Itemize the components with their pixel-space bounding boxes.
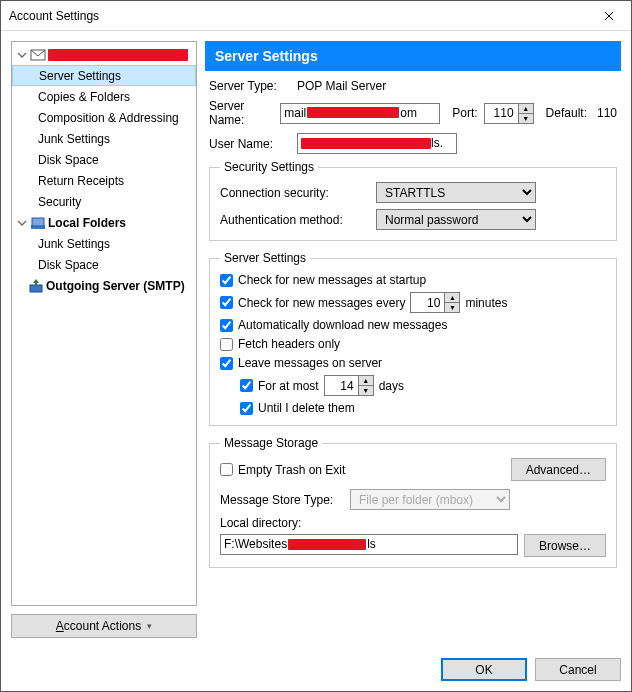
- tree-label: Disk Space: [38, 153, 99, 167]
- advanced-button[interactable]: Advanced…: [511, 458, 606, 481]
- sidebar: Server Settings Copies & Folders Composi…: [11, 41, 197, 638]
- tree-label: Composition & Addressing: [38, 111, 179, 125]
- security-legend: Security Settings: [220, 160, 318, 174]
- for-at-most-checkbox[interactable]: [240, 379, 253, 392]
- user-name-label: User Name:: [209, 137, 291, 151]
- ok-button[interactable]: OK: [441, 658, 527, 681]
- minutes-label: minutes: [465, 296, 507, 310]
- close-button[interactable]: [587, 1, 631, 31]
- server-name-input[interactable]: [280, 103, 440, 124]
- auth-method-label: Authentication method:: [220, 213, 370, 227]
- for-at-most-label: For at most: [258, 379, 319, 393]
- tree-label: Disk Space: [38, 258, 99, 272]
- security-settings-group: Security Settings Connection security: S…: [209, 160, 617, 241]
- user-name-input[interactable]: [297, 133, 457, 154]
- store-type-label: Message Store Type:: [220, 493, 344, 507]
- check-startup-label: Check for new messages at startup: [238, 273, 426, 287]
- tree-outgoing[interactable]: Outgoing Server (SMTP): [12, 275, 196, 296]
- panel-heading: Server Settings: [205, 41, 621, 71]
- fetch-headers-label: Fetch headers only: [238, 337, 340, 351]
- check-every-input[interactable]: [410, 292, 444, 313]
- days-input[interactable]: [324, 375, 358, 396]
- tree-label: Server Settings: [39, 69, 121, 83]
- main-panel: Server Settings Server Type: POP Mail Se…: [205, 41, 621, 638]
- panel-content: Server Type: POP Mail Server Server Name…: [205, 71, 621, 638]
- auto-download-checkbox[interactable]: [220, 319, 233, 332]
- tree-account-root[interactable]: [12, 44, 196, 65]
- check-startup-checkbox[interactable]: [220, 274, 233, 287]
- local-dir-input[interactable]: [220, 534, 518, 555]
- port-input[interactable]: [484, 103, 518, 124]
- titlebar: Account Settings: [1, 1, 631, 31]
- server-legend: Server Settings: [220, 251, 310, 265]
- message-storage-group: Message Storage Empty Trash on Exit Adva…: [209, 436, 617, 568]
- tree-local-folders[interactable]: Local Folders: [12, 212, 196, 233]
- store-type-select: File per folder (mbox): [350, 489, 510, 510]
- check-every-checkbox[interactable]: [220, 296, 233, 309]
- check-every-label: Check for new messages every: [238, 296, 405, 310]
- tree-lf-junk[interactable]: Junk Settings: [12, 233, 196, 254]
- spinner-buttons[interactable]: ▲▼: [518, 103, 534, 124]
- tree-receipts[interactable]: Return Receipts: [12, 170, 196, 191]
- mail-account-icon: [30, 47, 46, 63]
- tree-security[interactable]: Security: [12, 191, 196, 212]
- conn-security-label: Connection security:: [220, 186, 370, 200]
- port-spinner[interactable]: ▲▼: [484, 103, 534, 124]
- days-spinner[interactable]: ▲▼: [324, 375, 374, 396]
- local-folders-icon: [30, 215, 46, 231]
- days-label: days: [379, 379, 404, 393]
- empty-trash-label: Empty Trash on Exit: [238, 463, 345, 477]
- server-type-value: POP Mail Server: [297, 79, 386, 93]
- account-name-redacted: [48, 49, 188, 61]
- auth-method-select[interactable]: Normal password: [376, 209, 536, 230]
- tree-label: Junk Settings: [38, 132, 110, 146]
- dropdown-icon: ▾: [147, 621, 152, 631]
- chevron-down-icon[interactable]: [16, 217, 28, 229]
- tree-junk[interactable]: Junk Settings: [12, 128, 196, 149]
- local-dir-label: Local directory:: [220, 516, 606, 530]
- leave-server-checkbox[interactable]: [220, 357, 233, 370]
- tree-label: Return Receipts: [38, 174, 124, 188]
- spinner-buttons[interactable]: ▲▼: [358, 375, 374, 396]
- tree-copies-folders[interactable]: Copies & Folders: [12, 86, 196, 107]
- auto-download-label: Automatically download new messages: [238, 318, 447, 332]
- window-title: Account Settings: [9, 9, 587, 23]
- tree-label: Security: [38, 195, 81, 209]
- spinner-buttons[interactable]: ▲▼: [444, 292, 460, 313]
- default-value: 110: [597, 106, 617, 120]
- server-type-label: Server Type:: [209, 79, 291, 93]
- cancel-button[interactable]: Cancel: [535, 658, 621, 681]
- chevron-down-icon[interactable]: [16, 49, 28, 61]
- tree-composition[interactable]: Composition & Addressing: [12, 107, 196, 128]
- tree-label: Outgoing Server (SMTP): [46, 279, 185, 293]
- account-actions-button[interactable]: Account Actions ▾: [11, 614, 197, 638]
- empty-trash-checkbox[interactable]: [220, 463, 233, 476]
- tree-label: Copies & Folders: [38, 90, 130, 104]
- account-actions-label: Account Actions: [56, 619, 141, 633]
- until-delete-label: Until I delete them: [258, 401, 355, 415]
- dialog-body: Server Settings Copies & Folders Composi…: [1, 31, 631, 648]
- tree-disk[interactable]: Disk Space: [12, 149, 196, 170]
- until-delete-checkbox[interactable]: [240, 402, 253, 415]
- check-every-spinner[interactable]: ▲▼: [410, 292, 460, 313]
- leave-server-label: Leave messages on server: [238, 356, 382, 370]
- port-label: Port:: [452, 106, 477, 120]
- fetch-headers-checkbox[interactable]: [220, 338, 233, 351]
- close-icon: [604, 11, 614, 21]
- tree-lf-disk[interactable]: Disk Space: [12, 254, 196, 275]
- tree-server-settings[interactable]: Server Settings: [12, 65, 196, 86]
- storage-legend: Message Storage: [220, 436, 322, 450]
- browse-button[interactable]: Browse…: [524, 534, 606, 557]
- default-label: Default:: [546, 106, 587, 120]
- tree-label: Junk Settings: [38, 237, 110, 251]
- outgoing-server-icon: [28, 278, 44, 294]
- server-settings-group: Server Settings Check for new messages a…: [209, 251, 617, 426]
- tree-label: Local Folders: [48, 216, 126, 230]
- svg-rect-3: [30, 285, 42, 292]
- conn-security-select[interactable]: STARTTLS: [376, 182, 536, 203]
- account-settings-window: Account Settings Server Settings: [0, 0, 632, 692]
- account-tree[interactable]: Server Settings Copies & Folders Composi…: [11, 41, 197, 606]
- svg-rect-2: [32, 218, 44, 226]
- dialog-footer: OK Cancel: [1, 648, 631, 691]
- server-name-label: Server Name:: [209, 99, 274, 127]
